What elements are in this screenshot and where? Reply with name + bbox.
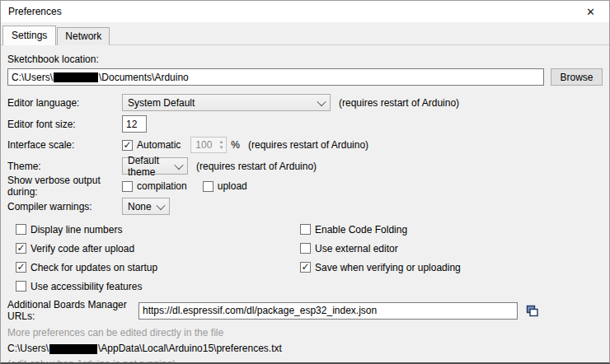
spinner-arrows-icon[interactable]: ▲▼ <box>216 139 226 151</box>
window-title: Preferences <box>1 6 572 17</box>
redacted-username <box>49 344 97 354</box>
editor-font-size-label: Editor font size: <box>7 119 122 130</box>
compilation-checkbox[interactable] <box>122 181 133 192</box>
theme-note: (requires restart of Arduino) <box>196 161 317 172</box>
compiler-warnings-select[interactable]: None <box>122 198 170 215</box>
tab-network-label: Network <box>65 30 101 42</box>
compilation-label: compilation <box>137 180 187 192</box>
prefs-path-suffix: \AppData\Local\Arduino15\preferences.txt <box>98 343 282 354</box>
enable-code-folding-label: Enable Code Folding <box>315 224 407 236</box>
enable-code-folding-item[interactable]: Enable Code Folding <box>300 224 407 236</box>
sketchbook-location-label: Sketchbook location: <box>7 54 99 65</box>
use-external-editor-item[interactable]: Use external editor <box>300 243 398 254</box>
use-accessibility-features-checkbox[interactable] <box>16 281 26 292</box>
chevron-down-icon <box>317 96 326 105</box>
chevron-down-icon <box>174 160 183 169</box>
tab-bar: Settings Network <box>1 22 609 45</box>
editor-language-select[interactable]: System Default <box>122 94 331 111</box>
display-line-numbers-item[interactable]: Display line numbers <box>16 224 300 236</box>
display-line-numbers-checkbox[interactable] <box>16 224 26 235</box>
verify-code-after-upload-label: Verify code after upload <box>30 243 134 254</box>
edit-note: (edit only when Arduino is not running) <box>7 358 176 364</box>
check-for-updates-checkbox[interactable] <box>16 262 26 273</box>
use-external-editor-label: Use external editor <box>315 243 398 254</box>
theme-select[interactable]: Default theme <box>122 157 188 175</box>
theme-value: Default theme <box>128 155 172 178</box>
use-accessibility-features-label: Use accessibility features <box>30 281 142 292</box>
boards-manager-urls-input[interactable]: https://dl.espressif.com/dl/package_esp3… <box>138 302 518 320</box>
boards-manager-urls-label: Additional Boards Manager URLs: <box>7 299 138 322</box>
close-icon: ✕ <box>586 6 595 18</box>
editor-language-value: System Default <box>128 97 195 109</box>
verbose-output-label: Show verbose output during: <box>7 175 122 198</box>
automatic-scale-checkbox[interactable] <box>122 140 133 151</box>
save-when-verifying-label: Save when verifying or uploading <box>315 262 461 273</box>
close-button[interactable]: ✕ <box>572 1 609 22</box>
editor-font-size-input[interactable]: 12 <box>122 115 147 133</box>
tab-settings-label: Settings <box>12 30 47 41</box>
chevron-down-icon <box>156 200 165 209</box>
interface-scale-label: Interface scale: <box>7 139 122 151</box>
new-window-icon <box>526 305 538 317</box>
verbose-compilation-item[interactable]: compilation <box>122 180 187 192</box>
compiler-warnings-label: Compiler warnings: <box>7 201 122 212</box>
sketchbook-path-prefix: C:\Users\ <box>12 72 53 83</box>
settings-panel: Sketchbook location: C:\Users\\Documents… <box>1 45 609 364</box>
automatic-scale-checkbox-item[interactable]: Automatic <box>122 139 181 151</box>
check-for-updates-label: Check for updates on startup <box>30 262 157 273</box>
sketchbook-location-input[interactable]: C:\Users\\Documents\Arduino <box>7 68 544 86</box>
browse-button-label: Browse <box>561 72 594 83</box>
editor-language-label: Editor language: <box>7 97 122 109</box>
save-when-verifying-checkbox[interactable] <box>300 262 311 273</box>
scale-spinner[interactable]: 100 ▲▼ <box>190 137 227 153</box>
sketchbook-path-suffix: \Documents\Arduino <box>99 72 189 83</box>
browse-button[interactable]: Browse <box>551 68 603 86</box>
tab-settings[interactable]: Settings <box>2 26 56 45</box>
upload-checkbox[interactable] <box>203 181 214 192</box>
automatic-scale-label: Automatic <box>137 139 181 151</box>
title-bar: Preferences ✕ <box>1 1 609 22</box>
tab-network[interactable]: Network <box>57 27 110 45</box>
display-line-numbers-label: Display line numbers <box>30 224 122 236</box>
verbose-upload-item[interactable]: upload <box>203 180 247 192</box>
upload-label: upload <box>218 180 247 192</box>
check-for-updates-item[interactable]: Check for updates on startup <box>16 262 300 273</box>
editor-language-note: (requires restart of Arduino) <box>339 97 459 109</box>
use-external-editor-checkbox[interactable] <box>300 243 311 254</box>
verify-code-after-upload-item[interactable]: Verify code after upload <box>16 243 300 254</box>
boards-manager-urls-value: https://dl.espressif.com/dl/package_esp3… <box>143 305 377 316</box>
enable-code-folding-checkbox[interactable] <box>300 224 311 235</box>
editor-font-size-value: 12 <box>126 119 137 130</box>
interface-scale-note: (requires restart of Arduino) <box>248 139 368 151</box>
save-when-verifying-item[interactable]: Save when verifying or uploading <box>300 262 461 273</box>
scale-value: 100 <box>191 139 216 151</box>
verify-code-after-upload-checkbox[interactable] <box>16 243 26 254</box>
more-prefs-note: More preferences can be edited directly … <box>7 327 223 338</box>
preferences-dialog: Preferences ✕ Settings Network Sketchboo… <box>0 0 610 364</box>
prefs-path-prefix: C:\Users\ <box>7 343 49 354</box>
use-accessibility-features-item[interactable]: Use accessibility features <box>16 281 300 292</box>
theme-label: Theme: <box>7 161 122 172</box>
open-urls-window-button[interactable] <box>523 302 541 320</box>
compiler-warnings-value: None <box>128 201 152 212</box>
scale-unit: % <box>231 139 240 151</box>
redacted-username <box>54 72 98 82</box>
